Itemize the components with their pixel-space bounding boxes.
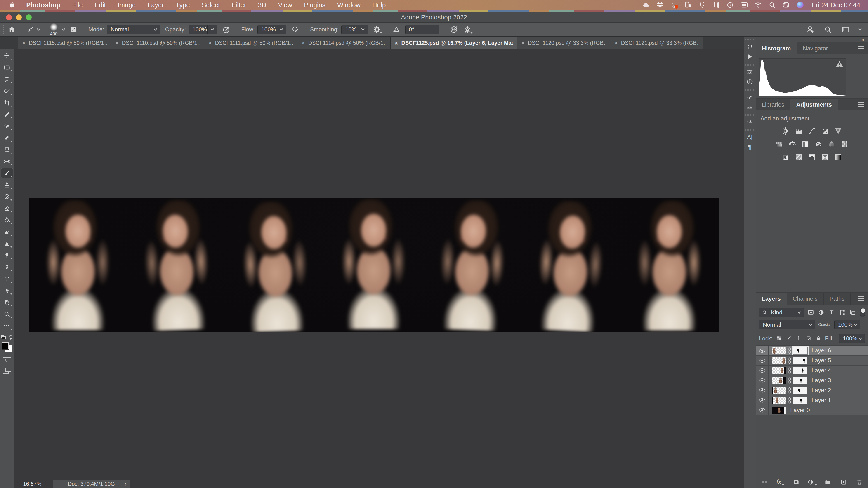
dock-gripper[interactable]	[745, 114, 754, 116]
tab-layers[interactable]: Layers	[756, 293, 787, 304]
layer-row[interactable]: Layer 5	[756, 356, 868, 365]
apple-menu-icon[interactable]	[9, 2, 16, 8]
workspace-chevron-icon[interactable]	[858, 27, 862, 31]
airbrush-icon[interactable]	[291, 25, 300, 34]
status-chevron-icon[interactable]: ›	[125, 481, 127, 488]
tab-close-icon[interactable]: ×	[22, 39, 26, 46]
flow-select[interactable]: 100%	[257, 25, 286, 34]
swap-colors-icon[interactable]	[8, 334, 13, 340]
selective-color-icon[interactable]	[833, 152, 843, 162]
screen-mode-button[interactable]	[3, 368, 11, 374]
dock-gripper[interactable]	[745, 89, 754, 91]
menu-type[interactable]: Type	[176, 1, 190, 9]
paint-bucket-tool[interactable]	[1, 215, 13, 225]
menu-window[interactable]: Window	[337, 1, 361, 9]
color-lookup-icon[interactable]	[840, 139, 850, 149]
smoothing-select[interactable]: 10%	[341, 25, 368, 34]
gradient-map-icon[interactable]	[820, 152, 830, 162]
document-tab-active[interactable]: ×DSCF1125.psd @ 16.7% (Layer 6, Layer Ma…	[391, 37, 517, 49]
brush-tool[interactable]	[1, 168, 13, 178]
history-panel-icon[interactable]	[744, 42, 756, 52]
layer-mask-thumbnail[interactable]	[793, 357, 807, 364]
mask-link-icon[interactable]	[786, 357, 793, 364]
tab-close-icon[interactable]: ×	[302, 39, 305, 46]
time-machine-icon[interactable]	[726, 1, 734, 8]
brush-settings-panel-icon[interactable]	[744, 92, 756, 102]
new-layer-icon[interactable]	[839, 478, 848, 487]
layer-mask-thumbnail[interactable]	[793, 367, 807, 374]
crop-tool[interactable]	[1, 97, 13, 108]
layer-blend-mode-select[interactable]: Normal	[759, 320, 815, 329]
healing-brush-tool[interactable]	[1, 132, 13, 143]
edit-toolbar-icon[interactable]: •••	[1, 320, 13, 331]
paragraph-panel-icon[interactable]: ¶	[744, 142, 756, 152]
mask-link-icon[interactable]	[786, 387, 793, 394]
tab-close-icon[interactable]: ×	[115, 39, 119, 46]
opacity-select[interactable]: 100%	[188, 25, 217, 34]
document-tab[interactable]: ×DSCF1121.psd @ 33.3% (RGB…	[610, 37, 704, 49]
foreground-color-swatch[interactable]	[2, 342, 9, 349]
clone-stamp-tool[interactable]	[1, 180, 13, 190]
layer-filter-toggle[interactable]	[860, 308, 865, 317]
menu-help[interactable]: Help	[372, 1, 386, 9]
layer-visibility-icon[interactable]	[756, 365, 769, 375]
quick-mask-mode-button[interactable]	[3, 357, 11, 363]
history-brush-tool[interactable]	[1, 191, 13, 202]
filter-pixel-layers-icon[interactable]	[807, 308, 814, 317]
content-aware-move-tool[interactable]	[1, 156, 13, 167]
new-group-icon[interactable]	[823, 478, 833, 487]
display-icon[interactable]	[741, 1, 748, 8]
document-tab[interactable]: ×DSCF1111.psd @ 50% (RGB/1…	[204, 37, 298, 49]
brush-settings-toggle-icon[interactable]	[69, 25, 78, 34]
layer-mask-thumbnail[interactable]	[793, 397, 807, 404]
cloud-icon[interactable]	[643, 1, 650, 8]
panel-menu-icon[interactable]	[858, 46, 864, 51]
search-icon[interactable]	[824, 25, 833, 34]
layer-name[interactable]: Layer 6	[811, 347, 831, 354]
wifi-icon[interactable]	[754, 1, 762, 8]
layer-row[interactable]: Layer 2	[756, 385, 868, 395]
tab-navigator[interactable]: Navigator	[797, 42, 834, 54]
filter-kind-select[interactable]: Kind	[759, 308, 804, 317]
tool-preset-picker[interactable]	[26, 26, 40, 33]
menu-3d[interactable]: 3D	[258, 1, 266, 9]
dock-gripper[interactable]	[745, 39, 754, 40]
menu-image[interactable]: Image	[118, 1, 136, 9]
layer-thumbnail[interactable]	[772, 387, 786, 394]
layer-name[interactable]: Layer 1	[811, 397, 831, 404]
menu-plugins[interactable]: Plugins	[304, 1, 326, 9]
layer-mask-thumbnail[interactable]	[793, 347, 807, 354]
invert-icon[interactable]	[781, 152, 791, 162]
screen-mirroring-icon[interactable]	[671, 1, 678, 8]
workspace-switcher-icon[interactable]	[841, 25, 850, 34]
filter-adjustment-layers-icon[interactable]	[817, 308, 825, 317]
layer-visibility-icon[interactable]	[756, 385, 769, 395]
layer-name[interactable]: Layer 2	[811, 387, 831, 394]
layer-thumbnail[interactable]	[772, 407, 786, 414]
filter-shape-layers-icon[interactable]	[839, 308, 846, 317]
hue-saturation-icon[interactable]	[774, 139, 784, 149]
spotlight-icon[interactable]	[769, 1, 776, 8]
smoothing-options-gear-icon[interactable]	[373, 25, 381, 34]
brightness-contrast-icon[interactable]	[781, 126, 791, 136]
tab-paths[interactable]: Paths	[824, 293, 851, 304]
symmetry-icon[interactable]	[463, 25, 472, 34]
add-adjustment-layer-icon[interactable]	[807, 478, 817, 487]
eraser-tool[interactable]	[1, 203, 13, 214]
brushes-panel-icon[interactable]	[744, 102, 756, 112]
layer-style-icon[interactable]: fx	[775, 478, 785, 487]
dropbox-icon[interactable]	[656, 1, 664, 8]
delete-layer-icon[interactable]	[855, 478, 864, 487]
menu-view[interactable]: View	[278, 1, 292, 9]
panel-menu-icon[interactable]	[858, 102, 864, 107]
dock-gripper[interactable]	[745, 64, 754, 66]
doc-size-status[interactable]: Doc: 370.4M/1.10G›	[53, 480, 130, 488]
photo-filter-icon[interactable]	[813, 139, 824, 149]
rectangular-marquee-tool[interactable]	[1, 62, 13, 73]
home-icon[interactable]	[7, 25, 16, 34]
filter-type-layers-icon[interactable]	[828, 308, 835, 317]
tab-histogram[interactable]: Histogram	[756, 42, 797, 54]
lasso-tool[interactable]	[1, 74, 13, 85]
pen-tool[interactable]	[1, 262, 13, 272]
layer-opacity-select[interactable]: 100%	[834, 320, 860, 329]
